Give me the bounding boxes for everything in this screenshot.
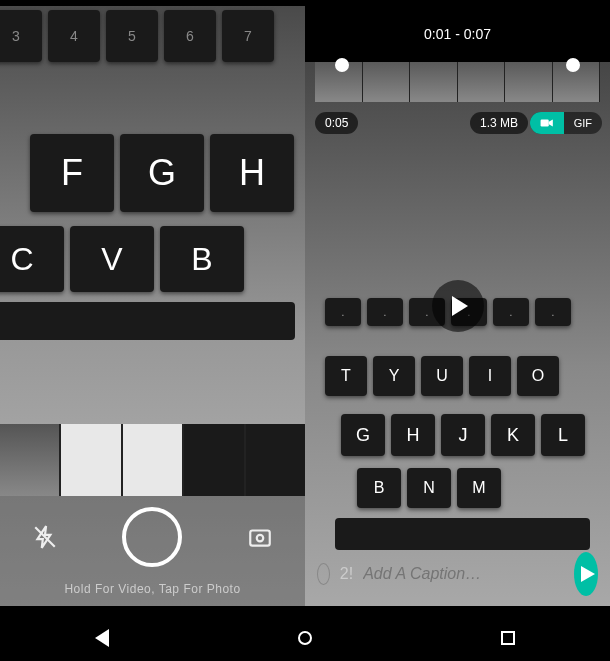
video-mode-button[interactable] xyxy=(530,112,564,134)
viewfinder-key: 5 xyxy=(106,10,158,62)
capture-hint-label: Hold For Video, Tap For Photo xyxy=(0,578,305,606)
viewfinder-key: 7 xyxy=(222,10,274,62)
preview-key: T xyxy=(325,356,367,396)
recent-media-strip[interactable] xyxy=(0,424,305,496)
gif-mode-button[interactable]: GIF xyxy=(564,112,602,134)
preview-key: M xyxy=(457,468,501,508)
preview-key: B xyxy=(357,468,401,508)
emoji-picker-icon[interactable] xyxy=(317,563,330,585)
camera-controls: Hold For Video, Tap For Photo xyxy=(0,424,305,606)
nav-recent-button[interactable] xyxy=(501,631,515,645)
video-preview: ...... T Y U I O G H J K L B N M xyxy=(305,146,610,606)
viewfinder-key: F xyxy=(30,134,114,212)
trim-end-handle[interactable] xyxy=(566,58,580,72)
preview-key: O xyxy=(517,356,559,396)
viewfinder-spacebar xyxy=(0,302,295,340)
viewfinder-key: 3 xyxy=(0,10,42,62)
preview-key: I xyxy=(469,356,511,396)
svg-rect-1 xyxy=(250,531,270,546)
preview-key: H xyxy=(391,414,435,456)
duration-badge: 0:05 xyxy=(315,112,358,134)
send-icon xyxy=(581,566,595,582)
play-button[interactable] xyxy=(432,280,484,332)
shutter-button[interactable] xyxy=(122,507,182,567)
caption-prefix: 2! xyxy=(340,565,353,583)
camera-capture-screen: 3 4 5 6 7 F G H C V B ︿ xyxy=(0,6,305,606)
preview-key: G xyxy=(341,414,385,456)
output-format-toggle[interactable]: GIF xyxy=(530,112,602,134)
preview-key: J xyxy=(441,414,485,456)
caption-input[interactable] xyxy=(363,565,564,583)
nav-home-button[interactable] xyxy=(298,631,312,645)
media-thumbnail[interactable] xyxy=(184,424,243,496)
video-trim-screen: 0:01 - 0:07 0:05 1.3 MB GIF ...... T Y U… xyxy=(305,6,610,606)
viewfinder-key: B xyxy=(160,226,244,292)
viewfinder-key: G xyxy=(120,134,204,212)
caption-bar: 2! xyxy=(305,542,610,606)
media-thumbnail[interactable] xyxy=(246,424,305,496)
preview-key: N xyxy=(407,468,451,508)
media-thumbnail[interactable] xyxy=(61,424,120,496)
trim-scrubber[interactable] xyxy=(315,62,600,102)
svg-point-2 xyxy=(257,535,264,542)
filesize-badge: 1.3 MB xyxy=(470,112,528,134)
preview-key: U xyxy=(421,356,463,396)
android-navbar xyxy=(0,615,610,661)
video-camera-icon xyxy=(540,118,554,128)
viewfinder-key: H xyxy=(210,134,294,212)
flash-off-icon[interactable] xyxy=(32,524,58,550)
trim-start-handle[interactable] xyxy=(335,58,349,72)
viewfinder-key: 6 xyxy=(164,10,216,62)
nav-back-button[interactable] xyxy=(95,629,109,647)
media-thumbnail[interactable] xyxy=(123,424,182,496)
preview-key: Y xyxy=(373,356,415,396)
play-icon xyxy=(452,296,468,316)
svg-rect-3 xyxy=(540,120,548,127)
send-button[interactable] xyxy=(574,552,598,596)
viewfinder-key: 4 xyxy=(48,10,100,62)
trim-range-label: 0:01 - 0:07 xyxy=(305,6,610,62)
preview-key: L xyxy=(541,414,585,456)
switch-camera-icon[interactable] xyxy=(247,524,273,550)
viewfinder-key: C xyxy=(0,226,64,292)
viewfinder-key: V xyxy=(70,226,154,292)
preview-key: K xyxy=(491,414,535,456)
media-thumbnail[interactable] xyxy=(0,424,59,496)
